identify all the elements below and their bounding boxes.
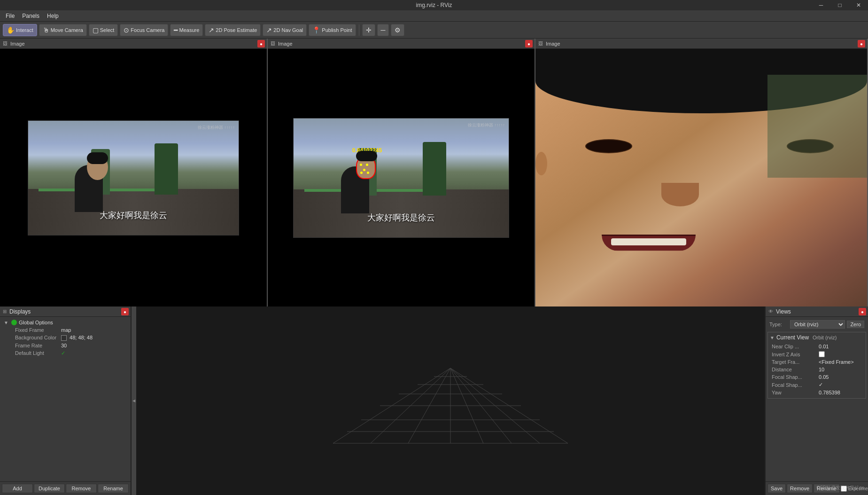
expand-arrow-icon: ▼ xyxy=(770,335,775,340)
image-left-close[interactable]: ● xyxy=(257,40,265,47)
axes-tool[interactable]: ✛ xyxy=(362,24,375,36)
views-save-button[interactable]: Save xyxy=(767,484,786,493)
target-frame-row: Target Fra... <Fixed Frame> xyxy=(770,358,864,366)
menu-help[interactable]: Help xyxy=(43,12,62,20)
measure-tool[interactable]: ━ Measure xyxy=(170,24,203,36)
current-view-type: Orbit (rviz) xyxy=(813,335,837,340)
near-clip-value: 0.01 xyxy=(819,344,829,349)
collapse-handle[interactable]: ◀ xyxy=(132,306,136,495)
bg-right xyxy=(767,75,867,178)
fixed-frame-label: Fixed Frame xyxy=(15,327,57,333)
menu-file[interactable]: File xyxy=(2,12,18,20)
distance-row: Distance 10 xyxy=(770,366,864,373)
3d-view[interactable] xyxy=(136,306,765,495)
image-panel-left-header: 🖼 Image ● xyxy=(0,39,267,49)
frame-rate-label: Frame Rate xyxy=(15,343,57,348)
default-light-row: Default Light ✓ xyxy=(2,349,129,357)
window-title: img.rviz - RViz xyxy=(416,2,452,8)
image-left-icon: 🖼 xyxy=(3,41,8,46)
image-left-bg: 大家好啊我是徐云 徐云涨粉神器 ↑↑↑↑↑ xyxy=(28,121,239,235)
displays-panel: ⊞ Displays ● ▼ Global Options Fixed Fram… xyxy=(0,306,132,495)
focus-camera-tool[interactable]: ⊙ Focus Camera xyxy=(120,24,168,36)
maximize-button[interactable]: □ xyxy=(830,0,849,10)
image-mid-watermark: 徐云涨粉神器 ↑↑↑↑↑ xyxy=(468,122,505,128)
target-frame-value: <Fixed Frame> xyxy=(819,359,854,365)
rename-button[interactable]: Rename xyxy=(98,484,129,493)
current-view-label: Current View xyxy=(776,334,809,341)
publish-point-tool[interactable]: 📍 Publish Point xyxy=(309,24,356,36)
focal-shape-row-2: Focal Shap... ✓ xyxy=(770,381,864,389)
settings-tool[interactable]: ⚙ xyxy=(391,24,404,36)
displays-title: Displays xyxy=(9,308,31,315)
interact-tool[interactable]: ✋ Interact xyxy=(3,24,37,36)
views-icon: 👁 xyxy=(768,309,773,314)
image-mid-title: Image xyxy=(278,41,293,47)
pose-estimate-tool[interactable]: ↗ 2D Pose Estimate xyxy=(205,24,261,36)
image-mid-subtitle: 大家好啊我是徐云 xyxy=(367,212,435,223)
type-select[interactable]: Orbit (rviz) xyxy=(790,320,845,329)
views-content: Type: Orbit (rviz) Zero ▼ Current View O… xyxy=(766,317,868,481)
distance-label: Distance xyxy=(772,367,819,372)
focal-shape-row-1: Focal Shap... 0.05 xyxy=(770,373,864,381)
top-panels: 🖼 Image ● xyxy=(0,39,868,306)
image-panel-right: 🖼 Image ● xyxy=(535,39,868,306)
select-tool[interactable]: ▢ Select xyxy=(89,24,118,36)
views-panel: 👁 Views ● Type: Orbit (rviz) Zero ▼ Curr… xyxy=(765,306,868,495)
minimize-button[interactable]: ─ xyxy=(812,0,830,10)
invert-z-checkbox[interactable] xyxy=(819,351,825,357)
displays-header: ⊞ Displays ● xyxy=(0,306,131,317)
default-light-value: ✓ xyxy=(61,350,65,356)
image-mid-content: 0.84103245 大家好啊我是徐云 徐云涨粉神器 ↑↑↑↑↑ xyxy=(268,49,535,306)
image-left-subtitle: 大家好啊我是徐云 xyxy=(100,210,167,221)
duplicate-button[interactable]: Duplicate xyxy=(34,484,65,493)
frame-rate-row: Frame Rate 30 xyxy=(2,342,129,349)
invert-z-row: Invert Z Axis xyxy=(770,350,864,358)
mouth xyxy=(602,235,696,251)
target-frame-label: Target Fra... xyxy=(772,359,819,365)
camera-tool-2[interactable]: ─ xyxy=(377,24,389,36)
publish-point-icon: 📍 xyxy=(312,26,320,34)
image-left-content: 大家好啊我是徐云 徐云涨粉神器 ↑↑↑↑↑ xyxy=(0,49,267,306)
close-button[interactable]: ✕ xyxy=(849,0,868,10)
displays-close-btn[interactable]: ● xyxy=(121,308,129,315)
image-right-icon: 🖼 xyxy=(538,41,543,46)
image-mid-scene: 0.84103245 大家好啊我是徐云 徐云涨粉神器 ↑↑↑↑↑ xyxy=(293,118,509,238)
move-camera-icon: 🖱 xyxy=(43,26,49,34)
measure-icon: ━ xyxy=(174,26,178,34)
watermark: CSDN @发现的星矿ps xyxy=(816,485,864,491)
bottom-area: ⊞ Displays ● ▼ Global Options Fixed Fram… xyxy=(0,306,868,495)
window-controls: ─ □ ✕ xyxy=(812,0,868,10)
views-type-row: Type: Orbit (rviz) Zero xyxy=(767,319,866,330)
global-options-expand: ▼ xyxy=(4,320,9,325)
displays-icon: ⊞ xyxy=(3,309,7,314)
near-clip-row: Near Clip ... 0.01 xyxy=(770,343,864,350)
main-content: 🖼 Image ● xyxy=(0,39,868,495)
camera-icon-2: ─ xyxy=(381,26,386,34)
pose-estimate-icon: ↗ xyxy=(209,26,214,34)
image-mid-close[interactable]: ● xyxy=(525,40,533,47)
closeup-container xyxy=(535,49,867,306)
yaw-value: 0.785398 xyxy=(819,390,840,395)
eye-left xyxy=(585,139,632,153)
yaw-label: Yaw xyxy=(772,390,819,395)
zero-button[interactable]: Zero xyxy=(847,321,864,328)
views-remove-button[interactable]: Remove xyxy=(787,484,813,493)
image-mid-icon: 🖼 xyxy=(271,41,275,46)
image-left-scene: 大家好啊我是徐云 徐云涨粉神器 ↑↑↑↑↑ xyxy=(28,120,239,236)
nav-goal-tool[interactable]: ↗ 2D Nav Goal xyxy=(263,24,307,36)
move-camera-tool[interactable]: 🖱 Move Camera xyxy=(39,24,87,36)
views-close-btn[interactable]: ● xyxy=(859,308,866,315)
menu-panels[interactable]: Panels xyxy=(18,12,43,20)
image-panel-mid-header: 🖼 Image ● xyxy=(268,39,535,49)
remove-button[interactable]: Remove xyxy=(66,484,97,493)
image-right-close[interactable]: ● xyxy=(858,40,865,47)
focus-camera-icon: ⊙ xyxy=(124,26,129,34)
add-button[interactable]: Add xyxy=(2,484,33,493)
image-right-content xyxy=(535,49,867,306)
watermark-text: CSDN @发现的星矿ps xyxy=(816,485,864,490)
image-panel-mid: 🖼 Image ● xyxy=(268,39,535,306)
focal-shape-value-1: 0.05 xyxy=(819,374,829,380)
global-options-item[interactable]: ▼ Global Options xyxy=(2,319,129,326)
frame-rate-value: 30 xyxy=(61,343,67,348)
views-title: Views xyxy=(776,308,791,315)
